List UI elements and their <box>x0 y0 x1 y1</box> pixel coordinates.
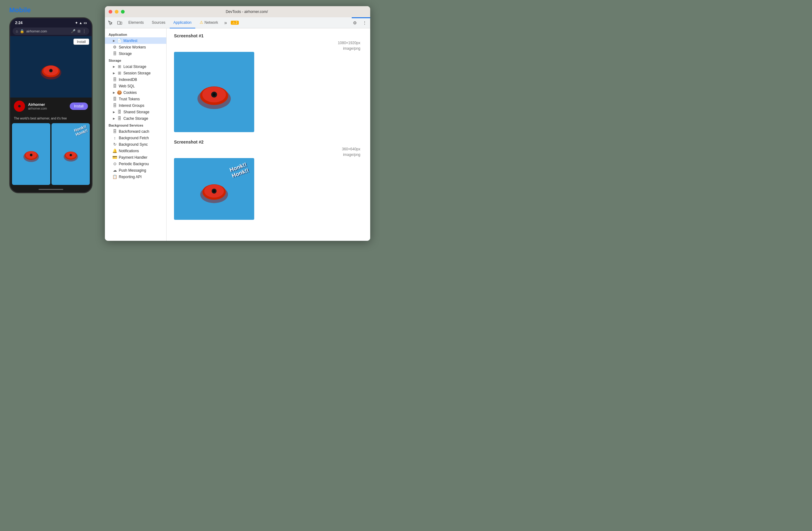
more-options-button[interactable]: ⋮ <box>360 18 369 27</box>
sidebar-item-back-forward[interactable]: 🗄 Back/forward cach <box>105 128 166 135</box>
more-tabs-btn[interactable]: » <box>222 20 229 26</box>
sidebar-section-background: Background Services <box>105 122 166 128</box>
reporting-api-icon: 📋 <box>112 174 117 179</box>
devtools-tabs-bar: Elements Sources Application ⚠ Network »… <box>105 17 370 28</box>
manifest-label: Manifest <box>124 39 137 43</box>
svg-point-26 <box>213 190 215 192</box>
manifest-file-icon: 📄 <box>117 38 122 43</box>
screenshot-2-title: Screenshot #2 <box>174 140 363 144</box>
devtools-sidebar: Application ▶ 📄 Manifest ⚙ Service Worke… <box>105 28 166 241</box>
storage-icon: 🗄 <box>112 51 117 56</box>
sidebar-item-payment-handler[interactable]: 💳 Payment Handler <box>105 154 166 160</box>
phone-address-bar[interactable]: ⌂ 🔒 airhorner.com 🎤 ⊞ ⋮ <box>13 27 89 35</box>
device-toolbar-btn[interactable] <box>115 18 124 27</box>
shared-storage-icon: 🗄 <box>117 110 122 114</box>
device-icon <box>117 20 122 25</box>
tab-elements[interactable]: Elements <box>125 17 147 28</box>
sidebar-item-cache-storage[interactable]: ▶ 🗄 Cache Storage <box>105 115 166 122</box>
maximize-button[interactable] <box>121 10 125 14</box>
local-storage-icon: ⊞ <box>117 64 122 69</box>
sidebar-item-trust-tokens[interactable]: 🗄 Trust Tokens <box>105 96 166 102</box>
tab-application[interactable]: Application <box>170 17 195 28</box>
cache-storage-arrow-icon: ▶ <box>112 117 115 120</box>
payment-handler-icon: 💳 <box>112 155 117 159</box>
settings-button[interactable]: ⚙ <box>350 18 359 27</box>
svg-rect-15 <box>118 21 120 24</box>
sidebar-item-periodic-bg[interactable]: ⊙ Periodic Backgrou <box>105 160 166 167</box>
sidebar-item-storage-app[interactable]: 🗄 Storage <box>105 50 166 57</box>
cookies-arrow-icon: ▶ <box>112 91 115 94</box>
bg-sync-icon: ↻ <box>112 142 117 146</box>
phone-bottom-bar <box>10 186 92 192</box>
sidebar-item-local-storage[interactable]: ▶ ⊞ Local Storage <box>105 63 166 70</box>
session-storage-label: Session Storage <box>124 71 150 75</box>
phone-time: 2:24 <box>15 21 23 25</box>
push-messaging-label: Push Messaging <box>119 168 146 172</box>
bg-sync-label: Background Sync <box>119 142 148 146</box>
sidebar-item-notifications[interactable]: 🔔 Notifications <box>105 148 166 154</box>
screenshot-entry-2: Screenshot #2 360×640px image/png Honk!!… <box>174 140 363 220</box>
devtools-window: DevTools - airhorner.com/ Elements Sourc… <box>105 6 370 241</box>
minimize-button[interactable] <box>115 10 118 14</box>
app-icon <box>14 101 25 112</box>
indexeddb-label: IndexedDB <box>119 78 137 82</box>
screenshot-preview-1 <box>174 52 254 132</box>
sidebar-section-application: Application <box>105 31 166 37</box>
tab-sources[interactable]: Sources <box>148 17 169 28</box>
honk-text-phone: Honk!!Honk!! <box>73 124 88 137</box>
sidebar-item-cookies[interactable]: ▶ 🍪 Cookies <box>105 89 166 96</box>
bg-fetch-label: Background Fetch <box>119 136 149 140</box>
sidebar-item-indexeddb[interactable]: 🗄 IndexedDB <box>105 76 166 83</box>
wifi-icon: ▲ <box>79 21 82 25</box>
toolbar-actions: ⚙ ⋮ <box>350 18 369 27</box>
app-name: Airhorner <box>28 102 67 107</box>
devtools-titlebar: DevTools - airhorner.com/ <box>105 6 370 17</box>
sidebar-item-bg-sync[interactable]: ↻ Background Sync <box>105 141 166 148</box>
service-workers-label: Service Workers <box>119 45 146 50</box>
phone-status-bar: 2:24 ✦ ▲ ▭ <box>10 18 92 26</box>
storage-label: Storage <box>119 52 132 56</box>
session-storage-arrow-icon: ▶ <box>112 72 115 75</box>
sidebar-item-reporting-api[interactable]: 📋 Reporting API <box>105 173 166 180</box>
battery-icon: ▭ <box>84 21 87 25</box>
svg-point-9 <box>31 154 32 156</box>
screenshot-1-title: Screenshot #1 <box>174 33 363 38</box>
close-button[interactable] <box>108 10 112 14</box>
screenshot-2-type: image/png <box>174 153 363 157</box>
svg-point-14 <box>70 154 71 155</box>
sidebar-item-push-messaging[interactable]: ☁ Push Messaging <box>105 167 166 173</box>
install-banner: Airhorner airhorner.com Install <box>10 98 92 115</box>
periodic-bg-label: Periodic Backgrou <box>119 162 149 166</box>
screenshot-entry-1: Screenshot #1 1080×1920px image/png <box>174 33 363 132</box>
manifest-arrow-icon: ▶ <box>112 39 115 42</box>
sidebar-item-service-workers[interactable]: ⚙ Service Workers <box>105 44 166 50</box>
phone-hero-image <box>10 36 92 98</box>
inspect-element-btn[interactable] <box>106 18 115 27</box>
home-icon: ⌂ <box>16 29 18 33</box>
sidebar-section-storage: Storage <box>105 57 166 63</box>
sidebar-item-shared-storage[interactable]: ▶ 🗄 Shared Storage <box>105 109 166 115</box>
warning-icon-badge: ⚠ <box>232 21 235 24</box>
airhorn-screenshot2-icon <box>62 146 79 163</box>
sidebar-item-interest-groups[interactable]: 🗄 Interest Groups <box>105 102 166 109</box>
phone-screenshot-2: Honk!!Honk!! <box>52 123 90 185</box>
install-btn-top[interactable]: Install <box>73 39 89 45</box>
cookies-label: Cookies <box>124 90 137 95</box>
reporting-api-label: Reporting API <box>119 175 142 179</box>
phone-screenshots-row: Honk!!Honk!! <box>10 122 92 186</box>
phone-main-content: Install <box>10 36 92 98</box>
sidebar-item-websql[interactable]: 🗄 Web SQL <box>105 83 166 89</box>
mic-icon: 🎤 <box>71 29 76 33</box>
trust-tokens-icon: 🗄 <box>112 97 117 101</box>
sidebar-item-session-storage[interactable]: ▶ ⊞ Session Storage <box>105 70 166 76</box>
periodic-bg-icon: ⊙ <box>112 162 117 166</box>
install-banner-btn[interactable]: Install <box>70 102 88 110</box>
airhorn-hero-icon <box>39 58 63 82</box>
sidebar-item-bg-fetch[interactable]: ↕ Background Fetch <box>105 135 166 141</box>
interest-groups-label: Interest Groups <box>119 103 144 108</box>
app-info: Airhorner airhorner.com <box>28 102 67 110</box>
sidebar-item-manifest[interactable]: ▶ 📄 Manifest <box>105 37 166 44</box>
tab-network[interactable]: ⚠ Network <box>196 17 222 28</box>
svg-point-4 <box>50 70 52 71</box>
warning-badge: ⚠ 2 <box>231 21 239 25</box>
